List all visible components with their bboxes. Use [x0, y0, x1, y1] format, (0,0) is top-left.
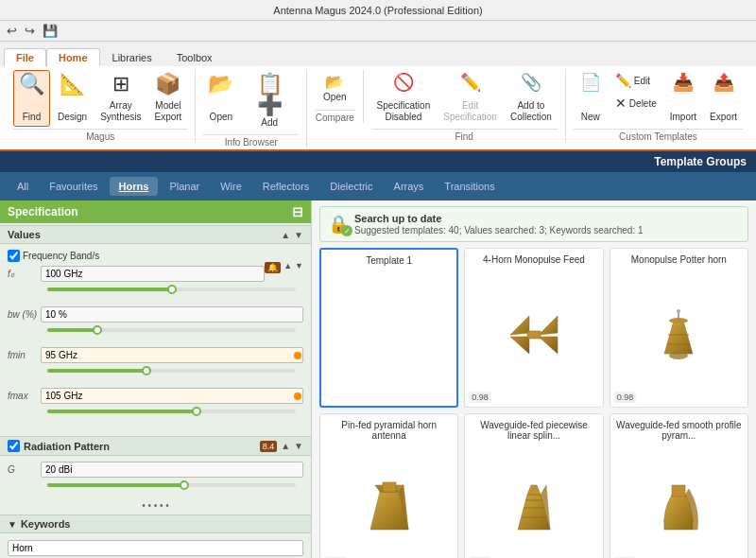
f0-input[interactable] [41, 266, 265, 282]
left-panel: Specification ⊟ Values ▲ ▼ Frequency Ban… [0, 201, 312, 558]
undo-button[interactable]: ↩ [4, 23, 20, 39]
tab-file[interactable]: File [4, 48, 46, 66]
g-row: G [8, 462, 303, 478]
tab-wire[interactable]: Wire [211, 177, 251, 196]
tab-dielectric[interactable]: Dielectric [320, 177, 382, 196]
freq-scroll-up[interactable]: ▲ [284, 262, 292, 273]
ribbon-group-compare: 📂 Open Compare [307, 70, 363, 123]
tab-horns[interactable]: Horns [110, 177, 159, 196]
keyword-input[interactable] [8, 540, 303, 556]
check-badge: ✓ [341, 225, 352, 236]
template-card-1[interactable]: 4-Horn Monopulse Feed [464, 248, 603, 408]
panel-settings-icon[interactable]: ⊟ [292, 204, 303, 219]
radiation-badge: 8.4 [260, 441, 278, 452]
values-section-header: Values ▲ ▼ [0, 225, 311, 244]
tab-favourites[interactable]: Favourites [40, 177, 107, 196]
radiation-scroll-down[interactable]: ▼ [294, 441, 303, 451]
export-template-button[interactable]: 📤 Export [704, 70, 743, 127]
card-image-3 [326, 445, 452, 558]
template-card-2[interactable]: Monopulse Potter horn [610, 248, 748, 408]
radiation-section-header: Radiation Pattern 8.4 ▲ ▼ [0, 436, 311, 456]
keywords-section: Current Keyword list: [0, 533, 311, 558]
svg-marker-2 [510, 337, 529, 354]
g-input[interactable] [41, 462, 303, 478]
save-button[interactable]: 💾 [40, 23, 60, 39]
model-export-button[interactable]: 📦 Model Export [149, 70, 188, 127]
ribbon-group-find: 🚫 Specification Disabled ✏️ Edit Specifi… [364, 70, 566, 142]
fmin-input[interactable] [41, 347, 303, 363]
svg-rect-4 [527, 331, 541, 339]
fmax-badge [294, 392, 301, 400]
new-template-button[interactable]: 📄 New [574, 70, 608, 127]
find-button[interactable]: 🔍 Find [13, 70, 50, 127]
keywords-collapse[interactable]: ▼ [8, 519, 17, 530]
values-title: Values [8, 229, 41, 240]
svg-rect-15 [383, 482, 396, 492]
template-card-4[interactable]: Waveguide-fed piecewise linear splin... [464, 413, 603, 558]
values-scroll-down[interactable]: ▼ [294, 230, 303, 240]
f0-row: f₀ [8, 266, 265, 282]
edit-icon: ✏️ [615, 73, 631, 88]
right-panel: 🔒 ✓ Search up to date Suggested template… [312, 201, 756, 558]
card-title-3: Pin-fed pyramidal horn antenna [326, 420, 452, 441]
template-card-5[interactable]: Waveguide-fed smooth profile pyram... [610, 413, 748, 558]
frequency-checkbox[interactable] [8, 250, 20, 262]
info-buttons: 📂 Open 📋➕ Add [203, 70, 299, 132]
ribbon-group-info: 📂 Open 📋➕ Add Info Browser [196, 70, 307, 148]
tab-all[interactable]: All [8, 177, 38, 196]
fmin-slider[interactable] [47, 369, 296, 382]
svg-marker-3 [539, 337, 558, 354]
tab-transitions[interactable]: Transitions [435, 177, 504, 196]
compare-label: Compare [315, 110, 354, 123]
import-template-button[interactable]: 📥 Import [664, 70, 702, 127]
open-compare-button[interactable]: 📂 Open [315, 70, 354, 108]
radiation-checkbox[interactable] [8, 440, 20, 452]
bw-row: bw (%) [8, 306, 303, 323]
redo-button[interactable]: ↪ [22, 23, 38, 39]
values-scroll-up[interactable]: ▲ [281, 230, 290, 240]
values-section: Frequency Band/s 🔔 ▲ ▼ f₀ bw ( [0, 244, 311, 434]
radiation-scroll-up[interactable]: ▲ [281, 441, 290, 451]
svg-marker-6 [664, 321, 693, 354]
ribbon: 🔍 Find 📐 Design ⊞ Array Synthesis 📦 Mode… [0, 66, 756, 151]
specification-disabled-button[interactable]: 🚫 Specification Disabled [371, 70, 437, 127]
delete-template-button[interactable]: ✕ Delete [610, 93, 662, 113]
bw-slider[interactable] [47, 328, 296, 341]
ribbon-tabs: File Home Libraries Toolbox [0, 42, 756, 66]
template-card-0[interactable]: Template 1 [319, 248, 458, 408]
fmax-row: fmax [8, 388, 303, 404]
template-card-3[interactable]: Pin-fed pyramidal horn antenna [319, 413, 458, 558]
tab-arrays[interactable]: Arrays [385, 177, 434, 196]
array-synthesis-button[interactable]: ⊞ Array Synthesis [94, 70, 146, 127]
values-controls: ▲ ▼ [281, 230, 303, 240]
open-info-button[interactable]: 📂 Open [203, 70, 238, 127]
design-button[interactable]: 📐 Design [52, 70, 93, 127]
keywords-title: ▼ Keywords [8, 518, 70, 530]
delete-icon: ✕ [615, 96, 627, 111]
tab-libraries[interactable]: Libraries [100, 48, 164, 66]
edit-template-button[interactable]: ✏️ Edit [610, 70, 662, 91]
status-title: Search up to date [354, 213, 441, 224]
bw-input[interactable] [41, 306, 303, 323]
info-browser-label: Info Browser [203, 134, 299, 148]
g-slider[interactable] [47, 483, 296, 497]
potter-horn-svg [645, 306, 712, 363]
freq-scroll-down[interactable]: ▼ [295, 262, 303, 273]
add-info-button[interactable]: 📋➕ Add [240, 70, 299, 132]
svg-marker-17 [527, 485, 541, 495]
fmax-input[interactable] [41, 388, 303, 404]
array-icon: ⊞ [112, 74, 129, 95]
tab-toolbox[interactable]: Toolbox [164, 48, 225, 66]
tab-planar[interactable]: Planar [160, 177, 209, 196]
find-icon: 🔍 [19, 74, 44, 95]
tab-home[interactable]: Home [46, 48, 100, 66]
card-image-1 [471, 269, 596, 401]
import-icon: 📥 [673, 74, 694, 91]
edit-specification-button[interactable]: ✏️ Edit Specification [438, 70, 503, 127]
status-text: Search up to date Suggested templates: 4… [354, 213, 644, 235]
add-to-collection-button[interactable]: 📎 Add to Collection [505, 70, 558, 127]
fmax-slider[interactable] [47, 410, 296, 423]
f0-slider[interactable] [47, 288, 296, 301]
freq-controls: 🔔 ▲ ▼ [265, 262, 303, 273]
tab-reflectors[interactable]: Reflectors [253, 177, 319, 196]
